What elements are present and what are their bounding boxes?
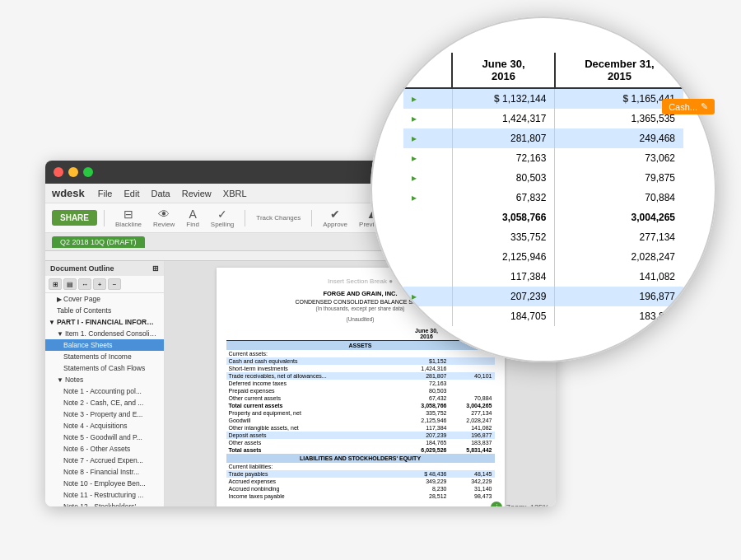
- bs-row-2: ▸ 1,424,317 1,365,535: [403, 109, 683, 128]
- bs-val-col1-6: 67,832: [452, 188, 555, 208]
- outline-ctrl-1[interactable]: ⊞: [49, 278, 62, 290]
- table-row: Trade receivables, net of allowances... …: [226, 372, 495, 380]
- sidebar-item-note6[interactable]: Note 6 - Other Assets: [45, 443, 164, 455]
- table-row: Other intangible assets, net 117,384 141…: [226, 424, 495, 432]
- table-row: Cash and cash equivalents $1,152: [226, 357, 495, 365]
- bs-col2-header: December 31, 2015: [555, 53, 683, 88]
- table-row: Current assets:: [226, 350, 495, 357]
- sidebar-item-note11[interactable]: Note 11 - Restructuring ...: [45, 489, 164, 501]
- bs-val-col2-6: 70,884: [555, 188, 683, 208]
- maximize-button[interactable]: [83, 167, 93, 177]
- table-row: Deferred income taxes 72,163: [226, 380, 495, 387]
- outline-icon: ⊞: [152, 264, 159, 273]
- sidebar-item-note7[interactable]: Note 7 - Accrued Expen...: [45, 455, 164, 466]
- blackline-label: Blackline: [115, 221, 142, 228]
- bs-val-col1-7: 3,058,766: [452, 208, 555, 227]
- sidebar-item-note1[interactable]: Note 1 - Accounting pol...: [45, 385, 164, 397]
- page-background: wdesk File Edit Data Review XBRL SHARE ⊟…: [0, 0, 741, 560]
- assets-header: ASSETS: [226, 341, 495, 351]
- table-row: Deposit assets 207,239 196,877: [226, 432, 495, 439]
- sidebar-item-note3[interactable]: Note 3 - Property and E...: [45, 408, 164, 420]
- find-label: Find: [186, 221, 199, 228]
- bs-row-1: ▸ $ 1,132,144 $ 1,165,441: [403, 88, 683, 109]
- sidebar-item-note12[interactable]: Note 12 - Stockholders'...: [45, 501, 164, 506]
- table-row: Trade payables $ 48,436 48,145: [226, 470, 495, 478]
- minimize-button[interactable]: [68, 167, 78, 177]
- bs-val-col2-7: 3,004,265: [555, 208, 683, 227]
- sidebar-item-income[interactable]: Statements of Income: [45, 351, 164, 362]
- bs-row-7: 3,058,766 3,004,265: [403, 208, 683, 227]
- outline-controls: ⊞ ▤ ↔ + −: [45, 276, 164, 293]
- bs-val-col2-10: 141,082: [555, 267, 683, 287]
- find-button[interactable]: A Find: [182, 207, 203, 230]
- outline-ctrl-5[interactable]: −: [108, 278, 121, 290]
- spelling-button[interactable]: ✓ Spelling: [207, 207, 238, 230]
- sidebar-item-cover[interactable]: ▶Cover Page: [45, 293, 164, 305]
- track-changes-button[interactable]: Track Changes: [252, 212, 305, 223]
- table-row: Property and equipment, net 335,752 277,…: [226, 409, 495, 417]
- bs-val-col1-12: 184,705: [452, 306, 555, 326]
- sidebar-item-part1[interactable]: ▼PART I - FINANCIAL INFORMAT...: [45, 316, 164, 328]
- bs-row-10: 117,384 141,082: [403, 267, 683, 287]
- bs-row-11: ▸ 207,239 196,877: [403, 287, 683, 306]
- bs-row-9: 2,125,946 2,028,247: [403, 247, 683, 267]
- outline-header: Document Outline ⊞: [45, 261, 164, 276]
- sidebar-item-note8[interactable]: Note 8 - Financial Instr...: [45, 466, 164, 478]
- cash-tag-label: Cash...: [669, 102, 697, 112]
- review-button[interactable]: 👁 Review: [149, 207, 179, 230]
- balance-sheet-table: June 30,2016 Dec 31,2015 ASSETS Current …: [226, 327, 495, 500]
- bs-val-col2-4: 73,062: [555, 148, 683, 168]
- close-button[interactable]: [54, 167, 63, 177]
- approve-button[interactable]: ✔ Approve: [319, 207, 352, 230]
- bs-row-12: 184,705 183,837: [403, 306, 683, 326]
- sidebar-item-balance-sheets[interactable]: Balance Sheets: [45, 339, 164, 351]
- sidebar-item-toc[interactable]: Table of Contents: [45, 305, 164, 316]
- share-button[interactable]: SHARE: [52, 210, 97, 226]
- bs-val-col2-8: 277,134: [555, 227, 683, 247]
- menu-data[interactable]: Data: [146, 187, 175, 200]
- spelling-icon: ✓: [217, 208, 227, 220]
- sidebar-item-notes[interactable]: ▼Notes: [45, 374, 164, 385]
- approve-icon: ✔: [330, 208, 340, 220]
- document-tab[interactable]: Q2 2018 10Q (DRAFT): [52, 236, 145, 248]
- menu-file[interactable]: File: [93, 187, 118, 200]
- bs-row-5: ▸ 80,503 79,875: [403, 168, 683, 188]
- magnified-circle: June 30, 2016 December 31, 2015 ▸: [370, 16, 716, 362]
- toolbar-separator-3: [311, 210, 312, 226]
- bs-val-col2-11: 196,877: [555, 287, 683, 306]
- bs-val-col1-9: 2,125,946: [452, 247, 555, 267]
- logo-desk: desk: [60, 187, 85, 199]
- cash-tag-edit-icon: ✎: [701, 101, 708, 112]
- blackline-button[interactable]: ⊟ Blackline: [111, 207, 146, 230]
- section-assets: ASSETS: [226, 341, 495, 351]
- approve-label: Approve: [323, 221, 347, 228]
- zoom-bar: i Zoom: 125%: [491, 502, 549, 506]
- bs-val-col1-4: 72,163: [452, 148, 555, 168]
- menu-edit[interactable]: Edit: [119, 187, 145, 200]
- toolbar-separator-1: [104, 210, 105, 226]
- magnified-balance-sheet: June 30, 2016 December 31, 2015 ▸: [403, 53, 683, 326]
- info-icon[interactable]: i: [491, 502, 502, 506]
- sidebar-item-cash-flows[interactable]: Statements of Cash Flows: [45, 362, 164, 374]
- outline-ctrl-3[interactable]: ↔: [78, 278, 91, 290]
- sidebar-item-note4[interactable]: Note 4 - Acquisitions: [45, 420, 164, 432]
- cash-tag[interactable]: Cash... ✎: [662, 99, 715, 114]
- document-outline-sidebar: Document Outline ⊞ ⊞ ▤ ↔ + − ▶Cover Page…: [45, 261, 165, 506]
- menu-review[interactable]: Review: [177, 187, 217, 200]
- bs-col1-header: June 30, 2016: [452, 53, 555, 88]
- outline-ctrl-4[interactable]: +: [93, 278, 106, 290]
- sidebar-item-note2[interactable]: Note 2 - Cash, CE, and ...: [45, 397, 164, 408]
- sidebar-item-item1[interactable]: ▼Item 1. Condensed Consolida...: [45, 328, 164, 339]
- sidebar-item-note5[interactable]: Note 5 - Goodwill and P...: [45, 432, 164, 443]
- table-row: Other current assets 67,432 70,884: [226, 394, 495, 402]
- menu-xbrl[interactable]: XBRL: [218, 187, 252, 200]
- zoom-label: Zoom:: [506, 503, 527, 506]
- outline-title: Document Outline: [50, 264, 114, 273]
- table-row: Total current assets 3,058,766 3,004,265: [226, 402, 495, 409]
- sidebar-item-note10[interactable]: Note 10 - Employee Ben...: [45, 478, 164, 489]
- outline-ctrl-2[interactable]: ▤: [63, 278, 77, 290]
- bs-row-8: 335,752 277,134: [403, 227, 683, 247]
- bs-val-col1-11: 207,239: [452, 287, 555, 306]
- bs-val-col1-2: 1,424,317: [452, 109, 555, 128]
- table-row: Income taxes payable 28,512 98,473: [226, 492, 495, 500]
